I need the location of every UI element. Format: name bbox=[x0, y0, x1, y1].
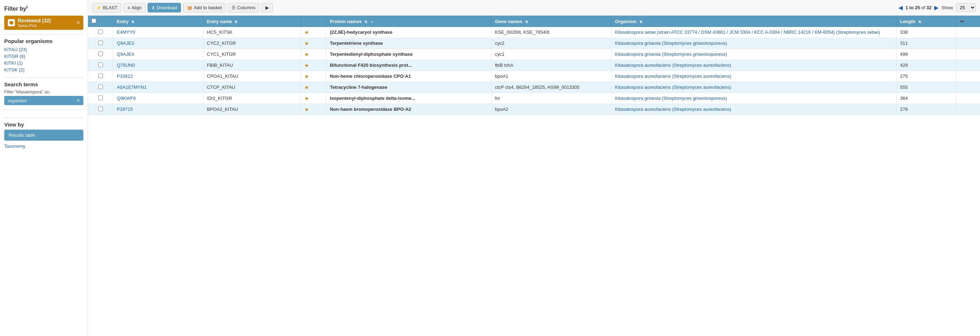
filter-tag-close[interactable]: × bbox=[77, 98, 80, 103]
prev-page-button[interactable]: ◀ bbox=[898, 4, 903, 11]
entry-sort-icon[interactable]: ⇅ bbox=[131, 20, 134, 24]
sidebar-organism-kitgr[interactable]: KITGR (6) bbox=[4, 53, 83, 60]
row-entry: Q9KWF6 bbox=[113, 93, 203, 104]
col-gene-names[interactable]: Gene names ⇅ bbox=[491, 16, 611, 27]
col-protein-names[interactable]: Protein names ⇅ » bbox=[326, 16, 491, 27]
col-entry-name[interactable]: Entry name ⇅ bbox=[203, 16, 301, 27]
entry-link[interactable]: Q75UN0 bbox=[117, 62, 135, 68]
entry-link[interactable]: P33912 bbox=[117, 74, 133, 79]
filter-title: Filter byi bbox=[4, 4, 83, 12]
toolbar-right: ◀ 1 to 25 of 32 ▶ Show 25 50 100 200 500 bbox=[898, 3, 976, 12]
organism-link[interactable]: Kitasatospora aureofaciens (Streptomyces… bbox=[615, 62, 731, 68]
organism-link[interactable]: Kitasatospora griseola (Streptomyces gri… bbox=[615, 51, 727, 57]
row-checkbox[interactable] bbox=[98, 74, 103, 78]
columns-button[interactable]: ☰ Columns bbox=[228, 3, 259, 13]
row-entry: P29715 bbox=[113, 104, 203, 115]
col-entry[interactable]: Entry ⇅ bbox=[113, 16, 203, 27]
show-per-page-select[interactable]: 25 50 100 200 500 bbox=[956, 3, 976, 12]
results-table-container: Entry ⇅ Entry name ⇅ Protein names ⇅ » bbox=[88, 16, 980, 336]
row-checkbox[interactable] bbox=[98, 85, 103, 89]
star-icon[interactable]: ★ bbox=[304, 29, 309, 35]
organism-link[interactable]: Kitasatospora setae (strain ATCC 33774 /… bbox=[615, 29, 880, 35]
star-icon[interactable]: ★ bbox=[304, 74, 309, 79]
organism-link[interactable]: Kitasatospora griseola (Streptomyces gri… bbox=[615, 96, 727, 101]
reviewed-badge-label: Reviewed (32) bbox=[18, 18, 51, 24]
star-icon[interactable]: ★ bbox=[304, 96, 309, 101]
organism-link[interactable]: Kitasatospora griseola (Streptomyces gri… bbox=[615, 40, 727, 46]
show-label: Show bbox=[941, 5, 953, 10]
filter-as-label: Filter "kitasatospora" as: bbox=[4, 90, 83, 94]
entry-link[interactable]: Q9AJE3 bbox=[117, 40, 134, 46]
col-edit: ✏ bbox=[956, 16, 980, 27]
row-length: 555 bbox=[896, 82, 956, 93]
protein-sort-icon[interactable]: ⇅ bbox=[364, 20, 367, 24]
sidebar-organism-kitau[interactable]: KITAU (23) bbox=[4, 46, 83, 53]
row-length: 311 bbox=[896, 38, 956, 49]
reviewed-badge-close[interactable]: × bbox=[76, 19, 80, 26]
entry-link[interactable]: Q9KWF6 bbox=[117, 96, 135, 101]
star-icon[interactable]: ★ bbox=[304, 107, 309, 112]
organism-link[interactable]: Kitasatospora aureofaciens (Streptomyces… bbox=[615, 74, 731, 79]
star-icon[interactable]: ★ bbox=[304, 51, 309, 57]
gene-sort-icon[interactable]: ⇅ bbox=[525, 20, 528, 24]
basket-icon: 🧺 bbox=[187, 5, 192, 10]
add-to-basket-button[interactable]: 🧺 Add to basket bbox=[183, 3, 226, 13]
sidebar-organism-kitsk[interactable]: KITSK (2) bbox=[4, 66, 83, 73]
row-length: 275 bbox=[896, 71, 956, 82]
sidebar: Filter byi Reviewed (32) Swiss-Prot × Po… bbox=[0, 0, 88, 336]
organism-link[interactable]: Kitasatospora aureofaciens (Streptomyces… bbox=[615, 107, 731, 112]
entry-name-sort-icon[interactable]: ⇅ bbox=[234, 20, 237, 24]
star-icon[interactable]: ★ bbox=[304, 85, 309, 90]
protein-expand-icon[interactable]: » bbox=[370, 20, 374, 24]
protein-name: Bifunctional F420 biosynthesis prot... bbox=[330, 62, 412, 68]
taxonomy-link[interactable]: Taxonomy bbox=[4, 143, 83, 150]
reviewed-badge[interactable]: Reviewed (32) Swiss-Prot × bbox=[4, 16, 83, 30]
organism-link[interactable]: Kitasatospora aureofaciens (Streptomyces… bbox=[615, 85, 731, 90]
forward-button[interactable]: ▶ bbox=[261, 3, 273, 13]
row-checkbox[interactable] bbox=[98, 29, 103, 34]
protein-name: Tetracycline 7-halogenase bbox=[330, 85, 387, 90]
results-table-button[interactable]: Results table bbox=[4, 130, 83, 141]
sidebar-organism-kitki[interactable]: KITKI (1) bbox=[4, 60, 83, 66]
col-length[interactable]: Length ⇅ bbox=[896, 16, 956, 27]
edit-icon[interactable]: ✏ bbox=[960, 19, 964, 24]
star-icon[interactable]: ★ bbox=[304, 40, 309, 46]
download-icon: ⬇ bbox=[151, 5, 155, 10]
row-entry: Q75UN0 bbox=[113, 60, 203, 71]
view-by-title: View by bbox=[4, 118, 83, 128]
row-checkbox[interactable] bbox=[98, 62, 103, 67]
table-header-row: Entry ⇅ Entry name ⇅ Protein names ⇅ » bbox=[88, 16, 980, 27]
row-entry-name: CTCP_KITAU bbox=[203, 82, 301, 93]
align-button[interactable]: ≡ Align bbox=[124, 3, 145, 13]
row-checkbox[interactable] bbox=[98, 40, 103, 45]
row-checkbox-cell bbox=[88, 71, 113, 82]
entry-link[interactable]: A0A1E7MYN1 bbox=[117, 85, 146, 90]
organism-sort-icon[interactable]: ⇅ bbox=[640, 20, 642, 24]
filter-tag: organism × bbox=[4, 96, 83, 105]
search-terms-title: Search terms bbox=[4, 77, 83, 87]
row-star-cell: ★ bbox=[301, 93, 326, 104]
protein-name: Non-heme chloroperoxidase CPO-A1 bbox=[330, 74, 411, 79]
select-all-checkbox[interactable] bbox=[92, 18, 96, 23]
row-entry-name: CPOA1_KITAU bbox=[203, 71, 301, 82]
entry-link[interactable]: P29715 bbox=[117, 107, 133, 112]
toolbar: ⚡ BLAST ≡ Align ⬇ Download 🧺 Add to bask… bbox=[88, 0, 980, 16]
entry-link[interactable]: Q9AJE4 bbox=[117, 51, 134, 57]
results-table: Entry ⇅ Entry name ⇅ Protein names ⇅ » bbox=[88, 16, 980, 115]
row-star-cell: ★ bbox=[301, 38, 326, 49]
entry-link[interactable]: E4MYY0 bbox=[117, 29, 135, 35]
pagination-of: of bbox=[921, 5, 925, 10]
row-checkbox[interactable] bbox=[98, 51, 103, 56]
table-row: Q75UN0 FBIB_KITAU ★ Bifunctional F420 bi… bbox=[88, 60, 980, 71]
row-checkbox[interactable] bbox=[98, 107, 103, 111]
reviewed-badge-sub: Swiss-Prot bbox=[18, 24, 51, 28]
row-checkbox[interactable] bbox=[98, 96, 103, 100]
next-page-button[interactable]: ▶ bbox=[934, 4, 939, 11]
blast-button[interactable]: ⚡ BLAST bbox=[92, 3, 121, 13]
row-organism: Kitasatospora aureofaciens (Streptomyces… bbox=[611, 82, 896, 93]
col-organism[interactable]: Organism ⇅ bbox=[611, 16, 896, 27]
row-checkbox-cell bbox=[88, 93, 113, 104]
length-sort-icon[interactable]: ⇅ bbox=[918, 20, 921, 24]
star-icon[interactable]: ★ bbox=[304, 62, 309, 68]
download-button[interactable]: ⬇ Download bbox=[148, 3, 181, 13]
